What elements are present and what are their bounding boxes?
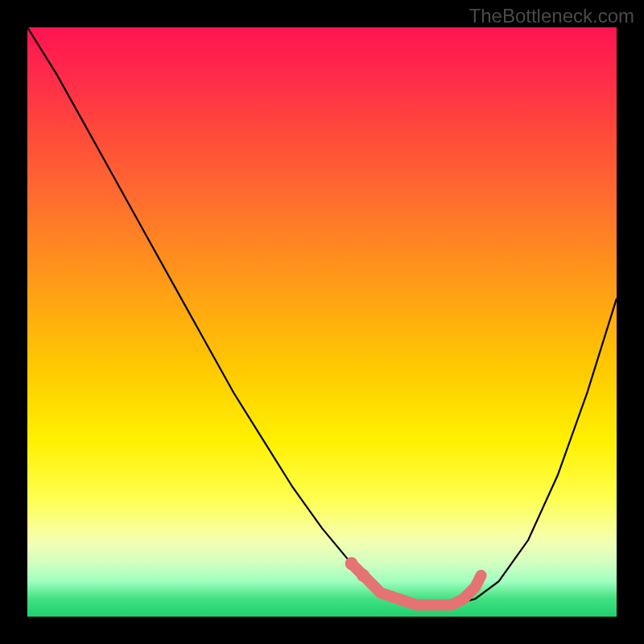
highlighted-region-markers — [27, 27, 617, 617]
svg-point-0 — [345, 557, 358, 570]
svg-point-1 — [357, 569, 369, 582]
watermark-text: TheBottleneck.com — [469, 5, 634, 27]
chart-plot-area — [27, 27, 617, 617]
bottleneck-curve-line — [27, 27, 617, 617]
